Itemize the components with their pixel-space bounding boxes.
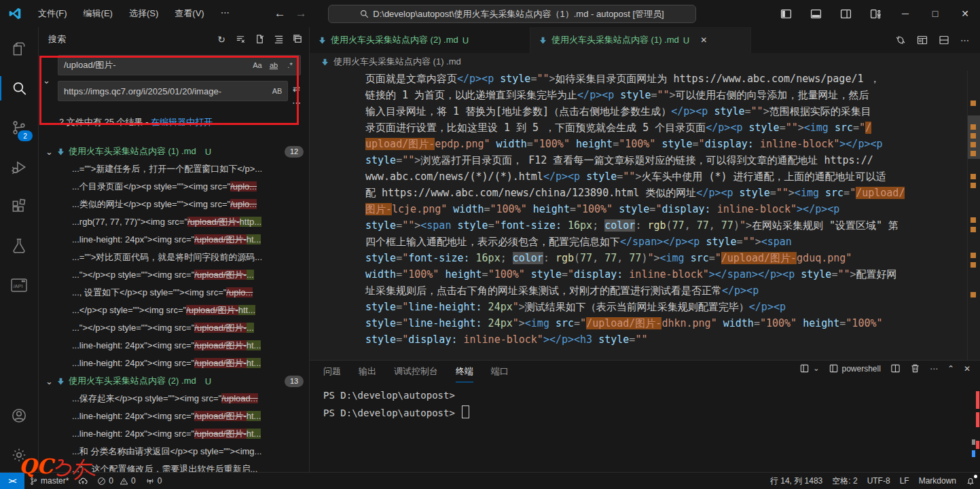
code-editor[interactable]: 页面就是文章内容页</p><p style="">如待采集目录页面网址为 htt… [310, 71, 968, 360]
go-back-icon[interactable]: ← [274, 7, 286, 20]
clear-search-results-icon[interactable] [234, 33, 247, 46]
editor-tab[interactable]: 使用火车头采集站点内容 (1) .mdU✕ [530, 27, 751, 53]
preserve-case-icon[interactable]: AB [270, 84, 284, 98]
close-window-icon[interactable]: ✕ [950, 0, 980, 27]
panel-tab[interactable]: 问题 [323, 361, 341, 382]
menu-item[interactable]: 文件(F) [31, 5, 74, 22]
vscode-logo-icon [8, 7, 22, 20]
match-case-icon[interactable]: Aa [251, 58, 264, 72]
toggle-panel-icon[interactable] [801, 0, 831, 27]
indentation[interactable]: 空格: 2 [827, 473, 862, 489]
code-token: "" [837, 268, 850, 280]
toggle-sidebar-icon[interactable] [771, 0, 801, 27]
search-result-row[interactable]: ..., 设置如下</p><p style=""><img src="/uplo… [39, 284, 309, 302]
sidebar-title: 搜索 [48, 33, 66, 46]
replace-all-icon[interactable]: ⇄ [293, 84, 300, 94]
activity-api-client-icon[interactable]: /API [0, 268, 38, 303]
more-actions-icon[interactable]: ⋯ [960, 35, 969, 46]
search-result-row[interactable]: ...="">对比页面代码，就是将时间字段前的源码... [39, 249, 309, 266]
publish-changes-icon[interactable] [73, 473, 92, 489]
code-token: 可以使用右侧的向导添加，批量网址，然后 [676, 89, 869, 101]
menu-item[interactable]: ⋯ [214, 5, 236, 22]
editor-tab[interactable]: 使用火车头采集站点内容 (2) .mdU [310, 27, 530, 53]
toggle-replace-chevron-icon[interactable]: ⌄ [43, 75, 50, 86]
search-result-row[interactable]: ...和 分类名称由请求返回</p><p style=""><img... [39, 443, 309, 460]
panel-tab[interactable]: 调试控制台 [394, 361, 438, 382]
panel-tab[interactable]: 终端 [456, 361, 473, 382]
terminal-profile-item[interactable]: powershell [829, 363, 881, 374]
collapse-all-icon[interactable] [291, 33, 304, 46]
search-result-row[interactable]: ...类似的网址</p><p style=""><img src="/uplo.… [39, 196, 309, 213]
search-result-row[interactable]: ...line-height: 24px"><img src="/upload/… [39, 337, 309, 355]
settings-gear-icon[interactable] [0, 437, 38, 473]
overview-ruler[interactable] [967, 71, 980, 360]
launch-profile-dropdown-icon[interactable]: ⌄ [800, 363, 819, 374]
panel-tab[interactable]: 输出 [359, 361, 376, 382]
minimize-icon[interactable]: ─ [890, 0, 920, 27]
menu-item[interactable]: 查看(V) [168, 5, 211, 22]
code-token: "" [402, 154, 414, 166]
search-result-row[interactable]: ...="">新建任务后，打开一个配置窗口如下</p>... [39, 160, 309, 178]
git-branch-item[interactable]: master* [24, 473, 73, 489]
go-forward-icon[interactable]: → [295, 7, 307, 20]
encoding[interactable]: UTF-8 [863, 473, 895, 489]
cursor-position[interactable]: 行 14, 列 1483 [765, 473, 827, 489]
search-result-row[interactable]: ...</p><p style=""><img src="/upload/图片-… [39, 302, 309, 319]
toggle-secondary-sidebar-icon[interactable] [831, 0, 860, 27]
search-result-row[interactable]: ...rgb(77, 77, 77)"><img src="/upload/图片… [39, 213, 309, 231]
notifications-bell-icon[interactable] [961, 473, 980, 489]
replace-input[interactable] [58, 81, 288, 101]
ports-item[interactable]: 0 [141, 473, 167, 489]
eol-sequence[interactable]: LF [895, 473, 914, 489]
code-token: src [835, 122, 853, 134]
split-terminal-icon[interactable] [890, 363, 901, 374]
accounts-icon[interactable] [0, 398, 38, 433]
activity-testing-icon[interactable] [0, 228, 38, 264]
split-editor-icon[interactable] [939, 35, 949, 46]
open-preview-icon[interactable] [917, 35, 928, 46]
regex-icon[interactable]: .* [283, 58, 297, 72]
search-result-row[interactable]: ..."></p><p style=""><img src="/upload/图… [39, 266, 309, 284]
open-in-editor-link[interactable]: 在编辑器中打开 [151, 117, 213, 127]
refresh-icon[interactable]: ↻ [215, 33, 228, 46]
code-token: style [598, 333, 629, 346]
view-as-list-icon[interactable] [272, 33, 285, 46]
terminal[interactable]: PS D:\develop\autopost>PS D:\develop\aut… [323, 386, 966, 471]
search-file-header[interactable]: ⌄使用火车头采集站点内容 (2) .mdU13 [39, 372, 309, 390]
customize-layout-icon[interactable] [860, 0, 890, 27]
search-result-row[interactable]: ...line-height: 24px"><img src="/upload/… [39, 408, 309, 425]
open-new-search-editor-icon[interactable] [253, 33, 266, 46]
search-result-row[interactable]: ...line-height: 24px"><img src="/upload/… [39, 231, 309, 249]
menu-item[interactable]: 编辑(E) [77, 5, 120, 22]
search-result-row[interactable]: ...line-height: 24px"><img src="/upload/… [39, 355, 309, 372]
search-details-more-icon[interactable]: ⋯ [292, 98, 301, 108]
search-result-row[interactable]: ...个目录页面</p><p style=""><img src="/uplo.… [39, 178, 309, 196]
maximize-icon[interactable]: □ [920, 0, 950, 27]
close-tab-icon[interactable]: ✕ [700, 35, 707, 45]
search-result-row[interactable]: ...line-height: 24px"><img src="/upload/… [39, 425, 309, 443]
search-result-row[interactable]: ..."></p><p style=""><img src="/upload/图… [39, 319, 309, 337]
language-mode[interactable]: Markdown [914, 473, 961, 489]
activity-search-icon[interactable] [0, 71, 38, 106]
whole-word-icon[interactable]: ab [267, 58, 280, 72]
search-result-row[interactable]: ..."，这个配置修改后，需要退出软件后重新启... [39, 460, 309, 473]
panel-tab[interactable]: 端口 [491, 361, 509, 382]
panel-more-actions-icon[interactable]: ⋯ [930, 364, 938, 374]
code-token: 配置好网 [856, 268, 897, 280]
search-file-header[interactable]: ⌄使用火车头采集站点内容 (1) .mdU12 [39, 143, 309, 160]
maximize-panel-icon[interactable]: ⌃ [947, 364, 954, 374]
breadcrumb[interactable]: 使用火车头采集站点内容 (1) .md [310, 53, 980, 71]
menu-item[interactable]: 选择(S) [122, 5, 165, 22]
activity-run-debug-icon[interactable] [0, 149, 38, 185]
search-result-row[interactable]: ...保存起来</p><p style=""><img src="/upload… [39, 390, 309, 408]
activity-source-control-icon[interactable]: 2 [0, 110, 38, 145]
close-panel-icon[interactable]: ✕ [964, 364, 970, 374]
problems-item[interactable]: 0 0 [92, 473, 140, 489]
code-token: /upload/图片- [721, 252, 797, 264]
open-changes-icon[interactable] [895, 35, 906, 46]
kill-terminal-icon[interactable] [910, 363, 920, 374]
command-center-search[interactable]: D:\develop\autopost\使用火车头采集站点内容（1）.md - … [328, 5, 696, 23]
remote-indicator[interactable]: >< [0, 473, 24, 489]
activity-extensions-icon[interactable] [0, 189, 38, 224]
activity-explorer-icon[interactable] [0, 31, 38, 67]
